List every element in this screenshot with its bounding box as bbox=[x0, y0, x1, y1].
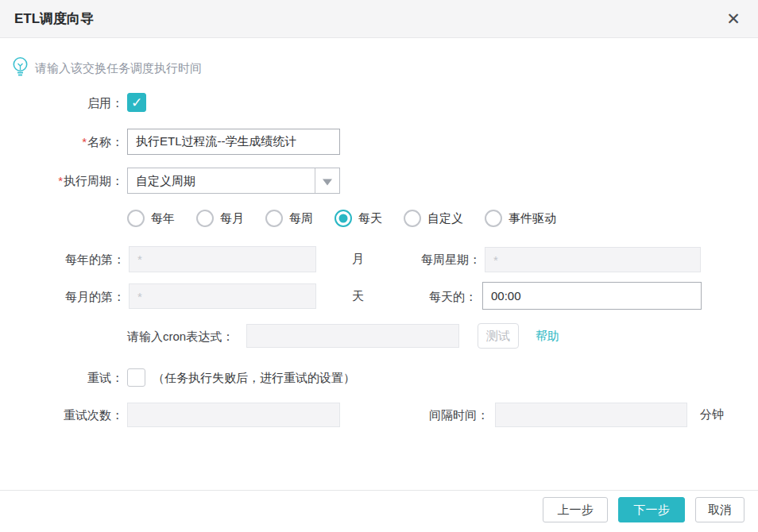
next-step-button[interactable]: 下一步 bbox=[618, 497, 685, 522]
tip-text: 请输入该交换任务调度执行时间 bbox=[35, 61, 202, 76]
retry-label: 重试： bbox=[0, 371, 123, 386]
dialog-title: ETL调度向导 bbox=[14, 0, 94, 38]
radio-option-event-driven[interactable]: 事件驱动 bbox=[485, 210, 556, 227]
radio-icon bbox=[404, 210, 421, 227]
lightbulb-icon bbox=[11, 56, 29, 81]
interval-input bbox=[495, 403, 687, 427]
etl-wizard-dialog: ETL调度向导 ✕ 请输入该交换任务调度执行时间 启用： *名称： *执行周期：… bbox=[0, 0, 758, 532]
footer-divider bbox=[0, 490, 758, 491]
radio-option-yearly[interactable]: 每年 bbox=[127, 210, 175, 227]
radio-option-weekly[interactable]: 每周 bbox=[265, 210, 313, 227]
radio-option-daily[interactable]: 每天 bbox=[335, 210, 382, 227]
retry-count-label: 重试次数： bbox=[0, 408, 123, 423]
name-input[interactable] bbox=[127, 129, 340, 155]
month-day-label: 每月的第： bbox=[0, 290, 125, 305]
week-day-label: 每周星期： bbox=[358, 253, 481, 268]
name-label: *名称： bbox=[0, 135, 123, 150]
radio-icon bbox=[196, 210, 214, 227]
frequency-radio-group: 每年 每月 每周 每天 自定义 事件驱动 bbox=[127, 210, 556, 227]
radio-option-monthly[interactable]: 每月 bbox=[196, 210, 244, 227]
radio-icon bbox=[335, 210, 352, 227]
close-icon[interactable]: ✕ bbox=[721, 0, 745, 38]
enable-checkbox[interactable] bbox=[127, 93, 146, 112]
required-mark: * bbox=[58, 174, 63, 187]
period-select[interactable]: 自定义周期 bbox=[127, 168, 340, 194]
week-day-input bbox=[485, 247, 701, 272]
cron-help-link[interactable]: 帮助 bbox=[536, 329, 559, 344]
year-day-input bbox=[129, 246, 316, 272]
retry-checkbox[interactable] bbox=[127, 368, 145, 387]
period-label: *执行周期： bbox=[0, 174, 123, 189]
radio-option-custom[interactable]: 自定义 bbox=[404, 210, 463, 227]
cron-test-button: 测试 bbox=[478, 323, 519, 349]
required-mark: * bbox=[82, 135, 87, 148]
period-select-value: 自定义周期 bbox=[136, 168, 195, 193]
dialog-header: ETL调度向导 ✕ bbox=[0, 0, 758, 38]
cron-input bbox=[246, 324, 459, 348]
interval-label: 间隔时间： bbox=[365, 408, 489, 423]
month-day-input bbox=[129, 283, 316, 309]
radio-icon bbox=[127, 210, 145, 227]
radio-icon bbox=[485, 210, 502, 227]
cancel-button[interactable]: 取消 bbox=[695, 497, 744, 522]
interval-suffix: 分钟 bbox=[700, 407, 724, 422]
year-day-label: 每年的第： bbox=[0, 253, 125, 268]
daily-time-label: 每天的： bbox=[354, 290, 477, 305]
daily-time-input[interactable] bbox=[482, 282, 702, 310]
cron-label: 请输入cron表达式： bbox=[127, 330, 244, 345]
enable-label: 启用： bbox=[0, 96, 123, 111]
prev-step-button[interactable]: 上一步 bbox=[543, 497, 608, 522]
radio-icon bbox=[265, 210, 283, 227]
chevron-down-icon[interactable] bbox=[315, 168, 339, 193]
retry-count-input bbox=[127, 403, 340, 427]
retry-hint: （任务执行失败后，进行重试的设置） bbox=[153, 371, 355, 386]
